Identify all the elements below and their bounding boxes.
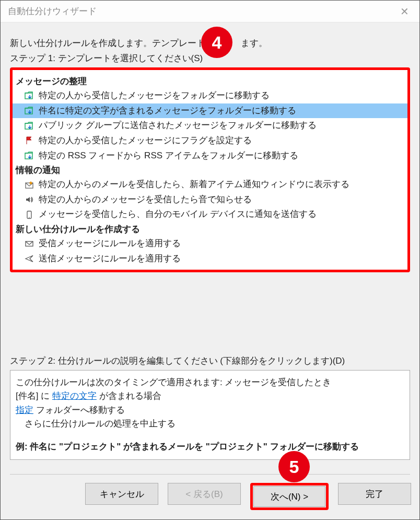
window-title: 自動仕分けウィザード bbox=[8, 5, 97, 17]
section-create-header: 新しい仕分けルールを作成する bbox=[13, 222, 407, 236]
callout-4: 4 bbox=[201, 27, 232, 58]
cancel-button[interactable]: キャンセル bbox=[85, 483, 158, 505]
dialog-content: 新しい仕分けルールを作成します。テンプレートを選択します。 ステップ 1: テン… bbox=[1, 22, 419, 460]
template-item-move-from-person[interactable]: 特定の人から受信したメッセージをフォルダーに移動する bbox=[13, 88, 407, 103]
back-button: < 戻る(B) bbox=[168, 483, 241, 505]
next-button[interactable]: 次へ(N) > bbox=[253, 486, 325, 507]
sound-icon bbox=[24, 194, 34, 205]
desc-example: 例: 件名に "プロジェクト" が含まれるメールを "プロジェクト" フォルダー… bbox=[16, 440, 404, 454]
template-item-label: 特定の人からのメールを受信したら、新着アイテム通知ウィンドウに表示する bbox=[39, 178, 349, 191]
desc-line3: 指定 フォルダーへ移動する bbox=[16, 403, 404, 417]
move-folder-icon bbox=[24, 121, 34, 131]
template-item-label: メッセージを受信したら、自分のモバイル デバイスに通知を送信する bbox=[39, 208, 317, 221]
envelope-icon bbox=[24, 238, 34, 249]
move-folder-icon bbox=[24, 151, 34, 161]
template-item-blank-send[interactable]: 送信メッセージにルールを適用する bbox=[13, 251, 407, 267]
svg-rect-2 bbox=[25, 123, 32, 129]
template-item-move-public-group[interactable]: パブリック グループに送信されたメッセージをフォルダーに移動する bbox=[13, 118, 407, 133]
template-item-notify-window[interactable]: 特定の人からのメールを受信したら、新着アイテム通知ウィンドウに表示する bbox=[13, 177, 407, 192]
link-specify-folder[interactable]: 指定 bbox=[16, 405, 33, 415]
close-icon[interactable]: ✕ bbox=[396, 3, 413, 20]
template-item-label: 受信メッセージにルールを適用する bbox=[39, 237, 181, 250]
section-organize-header: メッセージの整理 bbox=[13, 74, 407, 88]
template-item-label: 特定の人から受信したメッセージをフォルダーに移動する bbox=[39, 89, 270, 102]
template-item-label: 件名に特定の文字が含まれるメッセージをフォルダーに移動する bbox=[39, 105, 296, 118]
svg-rect-3 bbox=[25, 153, 32, 159]
finish-button[interactable]: 完了 bbox=[338, 483, 411, 505]
template-item-move-rss[interactable]: 特定の RSS フィードから RSS アイテムをフォルダーに移動する bbox=[13, 148, 407, 164]
button-row: キャンセル < 戻る(B) 次へ(N) > 完了 bbox=[85, 483, 411, 510]
link-specific-words[interactable]: 特定の文字 bbox=[52, 391, 97, 401]
star-envelope-icon bbox=[24, 180, 34, 190]
template-item-label: パブリック グループに送信されたメッセージをフォルダーに移動する bbox=[39, 119, 317, 132]
step2-area: ステップ 2: 仕分けルールの説明を編集してください (下線部分をクリックします… bbox=[10, 355, 410, 460]
template-item-label: 特定の人から受信したメッセージにフラグを設定する bbox=[39, 134, 252, 147]
separator bbox=[10, 474, 410, 475]
step2-label: ステップ 2: 仕分けルールの説明を編集してください (下線部分をクリックします… bbox=[10, 355, 410, 367]
send-icon bbox=[24, 253, 34, 264]
desc-line4: さらに仕分けルールの処理を中止する bbox=[16, 417, 404, 431]
svg-point-6 bbox=[29, 217, 30, 218]
desc-line1: この仕分けルールは次のタイミングで適用されます: メッセージを受信したとき bbox=[16, 376, 404, 389]
section-notify-header: 情報の通知 bbox=[13, 163, 407, 177]
next-button-highlight: 次へ(N) > bbox=[250, 483, 329, 510]
title-bar: 自動仕分けウィザード ✕ bbox=[1, 1, 419, 22]
template-item-label: 送信メッセージにルールを適用する bbox=[39, 252, 181, 265]
callout-5: 5 bbox=[278, 451, 310, 482]
template-item-move-subject[interactable]: 件名に特定の文字が含まれるメッセージをフォルダーに移動する bbox=[13, 103, 407, 119]
rule-description-box: この仕分けルールは次のタイミングで適用されます: メッセージを受信したとき [件… bbox=[10, 370, 410, 460]
template-item-blank-receive[interactable]: 受信メッセージにルールを適用する bbox=[13, 236, 407, 251]
flag-icon bbox=[24, 135, 34, 146]
desc-line2: [件名] に 特定の文字 が含まれる場合 bbox=[16, 389, 404, 403]
template-item-label: 特定の RSS フィードから RSS アイテムをフォルダーに移動する bbox=[39, 149, 298, 163]
svg-rect-0 bbox=[25, 93, 32, 99]
template-item-notify-mobile[interactable]: メッセージを受信したら、自分のモバイル デバイスに通知を送信する bbox=[13, 207, 407, 222]
template-item-notify-sound[interactable]: 特定の人からのメッセージを受信したら音で知らせる bbox=[13, 192, 407, 207]
move-folder-icon bbox=[24, 106, 34, 116]
template-item-flag-from-person[interactable]: 特定の人から受信したメッセージにフラグを設定する bbox=[13, 133, 407, 148]
svg-rect-1 bbox=[25, 108, 32, 114]
move-folder-icon bbox=[24, 90, 34, 101]
template-list: メッセージの整理 特定の人から受信したメッセージをフォルダーに移動する 件名に特… bbox=[10, 67, 410, 272]
mobile-icon bbox=[24, 210, 34, 220]
template-item-label: 特定の人からのメッセージを受信したら音で知らせる bbox=[39, 193, 252, 206]
